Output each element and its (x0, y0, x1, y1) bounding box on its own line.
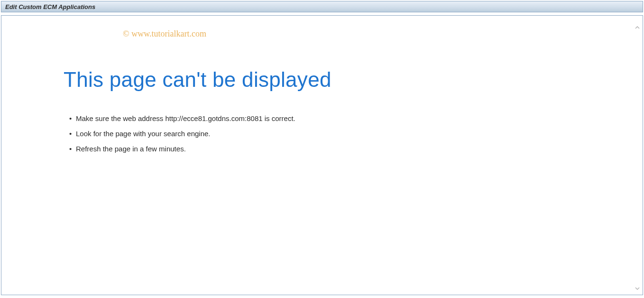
error-suggestion-list: Make sure the web address http://ecce81.… (64, 113, 633, 154)
scroll-up-arrow-icon[interactable] (634, 24, 641, 31)
list-item: Make sure the web address http://ecce81.… (76, 113, 633, 123)
scroll-down-arrow-icon[interactable] (634, 285, 641, 292)
title-bar: Edit Custom ECM Applications (1, 1, 643, 12)
window-title: Edit Custom ECM Applications (5, 3, 95, 10)
error-heading: This page can't be displayed (64, 68, 633, 92)
list-item: Refresh the page in a few minutes. (76, 144, 633, 154)
error-page: This page can't be displayed Make sure t… (1, 16, 643, 168)
content-frame: © www.tutorialkart.com This page can't b… (1, 15, 643, 295)
list-item: Look for the page with your search engin… (76, 129, 633, 139)
